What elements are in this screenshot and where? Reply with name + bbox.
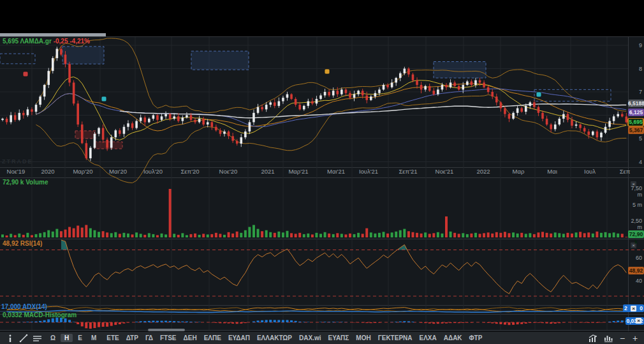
last-price-badge-value: 5,695 bbox=[629, 119, 643, 126]
x-axis-label-2022: 2022 bbox=[476, 168, 490, 175]
volume-label: Volume bbox=[26, 179, 48, 186]
adx-value: 17,000 bbox=[1, 303, 21, 310]
separator bbox=[0, 314, 644, 315]
x-axis-label-2021: 2021 bbox=[261, 168, 274, 175]
x-axis-label-Σεπ'21: Σεπ'21 bbox=[399, 168, 417, 175]
volume-badge: 72,90 k bbox=[628, 230, 644, 238]
toolbar-right-group: − + bbox=[587, 333, 640, 343]
x-axis-label-2020: 2020 bbox=[41, 168, 54, 175]
x-axis-label-Μαι'20: Μαι'20 bbox=[109, 168, 127, 175]
separator bbox=[0, 36, 644, 37]
x-axis-label-Σεπ'20: Σεπ'20 bbox=[180, 168, 199, 175]
x-axis-label-Νοε'19: Νοε'19 bbox=[7, 168, 26, 175]
macd-label: MACD-Histogram bbox=[24, 311, 77, 318]
info-icon[interactable] bbox=[4, 333, 17, 343]
volume-panel-title: 72,90 k Volume bbox=[3, 179, 48, 186]
x-axis-label-Νοε'21: Νοε'21 bbox=[435, 168, 454, 175]
indicator-list-icon[interactable] bbox=[31, 333, 43, 343]
symbol-name: ΛΑΜΔΑ.gr bbox=[20, 38, 51, 45]
ztrade-watermark: ZTRADE bbox=[2, 158, 33, 165]
symbol-tabs: ΕΤΕΔΤΡΓΔFTSEΔΕΗΕΛΠΕΕΥΔΑΠΕΛΛΑΚΤΩΡDAX.wiΕΥ… bbox=[103, 334, 485, 342]
symbol-tab-ΑΔΑΚ[interactable]: ΑΔΑΚ bbox=[441, 334, 465, 342]
interval-group: ΩΗΕΜ bbox=[47, 334, 100, 342]
symbol-tab-ΕΛΠΕ[interactable]: ΕΛΠΕ bbox=[201, 334, 224, 342]
x-axis-label-Ιουλ: Ιουλ bbox=[584, 168, 596, 175]
interval-button-Ω[interactable]: Ω bbox=[47, 334, 59, 342]
symbol-tab-ΓΕΚΤΕΡΝΑ[interactable]: ΓΕΚΤΕΡΝΑ bbox=[375, 334, 416, 342]
volume-histogram-icon[interactable] bbox=[602, 333, 615, 343]
x-axis-label-Μαι'21: Μαι'21 bbox=[327, 168, 345, 175]
symbol-tab-ΔΤΡ[interactable]: ΔΤΡ bbox=[123, 334, 142, 342]
macd-badge: 0,0332× bbox=[626, 317, 644, 325]
adx-badge-right: 0 bbox=[640, 304, 643, 312]
x-axis-label-Ιουλ'20: Ιουλ'20 bbox=[143, 168, 163, 175]
separator bbox=[0, 305, 644, 306]
symbol-tab-ΕΛΛΑΚΤΩΡ[interactable]: ΕΛΛΑΚΤΩΡ bbox=[254, 334, 295, 342]
symbol-header: 5,695 ΛΑΜΔΑ.gr -0,25 -4,21% bbox=[3, 38, 90, 45]
separator bbox=[0, 330, 644, 331]
zoom-in-button[interactable]: + bbox=[630, 333, 640, 343]
chart-surface[interactable] bbox=[0, 36, 644, 331]
price-tick-5: 5 bbox=[628, 135, 642, 142]
trading-app-window: { "app": { "watermark": "ZTRADE" }, "sym… bbox=[0, 0, 644, 344]
symbol-tab-ΓΔ[interactable]: ΓΔ bbox=[142, 334, 156, 342]
symbol-tab-ΜΟΗ[interactable]: ΜΟΗ bbox=[353, 334, 374, 342]
x-axis-label-Νοε'20: Νοε'20 bbox=[219, 168, 238, 175]
interval-button-Η[interactable]: Η bbox=[61, 334, 73, 342]
rsi-badge: 48,92 bbox=[628, 267, 644, 274]
macd-value: 0,0332 bbox=[3, 311, 22, 318]
last-price-text: 5,695 bbox=[3, 38, 18, 45]
volume-axis-7,50 m: 7,50 m bbox=[628, 185, 642, 198]
price-badge-6,5188: 6,5188 bbox=[628, 100, 644, 107]
x-axis-label-Μαρ: Μαρ bbox=[513, 168, 525, 175]
price-tick-4: 4 bbox=[628, 159, 642, 165]
price-tick-8: 8 bbox=[628, 66, 642, 72]
draw-line-icon[interactable] bbox=[17, 333, 30, 343]
volume-axis-5 m: 5 m bbox=[628, 202, 642, 208]
adx-label: ADX(14) bbox=[22, 303, 47, 310]
volume-axis-2,50 m: 2,50 m bbox=[628, 218, 642, 230]
price-tick-9: 9 bbox=[628, 42, 642, 49]
price-badge-6,125: 6,125 bbox=[628, 108, 644, 116]
symbol-tab-DAX.wi[interactable]: DAX.wi bbox=[296, 334, 324, 342]
volume-value: 72,90 k bbox=[3, 179, 24, 186]
symbol-tab-ΔΕΗ[interactable]: ΔΕΗ bbox=[180, 334, 200, 342]
symbol-tab-ΦΤΡ[interactable]: ΦΤΡ bbox=[466, 334, 486, 342]
adx-close-icon[interactable]: × bbox=[631, 306, 636, 311]
bottom-toolbar: ΩΗΕΜ ΕΤΕΔΤΡΓΔFTSEΔΕΗΕΛΠΕΕΥΔΑΠΕΛΛΑΚΤΩΡDAX… bbox=[0, 331, 644, 344]
interval-button-Ε[interactable]: Ε bbox=[74, 334, 86, 342]
x-axis-label-Μαι: Μαι bbox=[547, 168, 557, 175]
last-price-badge: 5,695 bbox=[627, 118, 644, 126]
rsi-axis-60: 60 bbox=[628, 255, 642, 261]
zoom-out-button[interactable]: − bbox=[617, 333, 627, 343]
macd-panel-title: 0,0332 MACD-Histogram bbox=[3, 311, 77, 318]
x-axis-label-Μαρ'21: Μαρ'21 bbox=[288, 168, 308, 175]
separator bbox=[0, 239, 644, 239]
adx-badge-left: 2 bbox=[624, 304, 627, 312]
symbol-tab-ΕΛΧΑ[interactable]: ΕΛΧΑ bbox=[416, 334, 440, 342]
symbol-tab-ΕΥΔΑΠ[interactable]: ΕΥΔΑΠ bbox=[225, 334, 253, 342]
adx-value-badge: 2×0 bbox=[623, 304, 644, 312]
price-tick-7: 7 bbox=[628, 89, 642, 95]
rsi-axis-40: 40 bbox=[628, 278, 642, 284]
change-percent: -4,21% bbox=[70, 38, 90, 45]
x-axis-label-Ιουλ'21: Ιουλ'21 bbox=[359, 168, 378, 175]
separator bbox=[0, 177, 644, 178]
interval-button-Μ[interactable]: Μ bbox=[87, 334, 100, 342]
x-axis-label-Σεπ: Σεπ bbox=[620, 168, 631, 175]
x-axis-label-Μαρ'20: Μαρ'20 bbox=[73, 168, 92, 175]
rsi-value: 48,92 bbox=[3, 240, 18, 247]
rsi-label: RSI(14) bbox=[20, 240, 42, 247]
adx-panel-title: 17,000 ADX(14) bbox=[1, 303, 47, 310]
change-value: -0,25 bbox=[54, 38, 68, 45]
price-badge-5,367: 5,367 bbox=[628, 126, 644, 134]
symbol-tab-ΕΤΕ[interactable]: ΕΤΕ bbox=[103, 334, 122, 342]
chart-growth-icon[interactable] bbox=[587, 333, 599, 343]
symbol-tab-ΕΥΑΠΣ[interactable]: ΕΥΑΠΣ bbox=[325, 334, 352, 342]
macd-close-icon[interactable]: × bbox=[636, 318, 641, 324]
rsi-panel-title: 48,92 RSI(14) bbox=[3, 240, 42, 247]
symbol-tab-FTSE[interactable]: FTSE bbox=[157, 334, 180, 342]
